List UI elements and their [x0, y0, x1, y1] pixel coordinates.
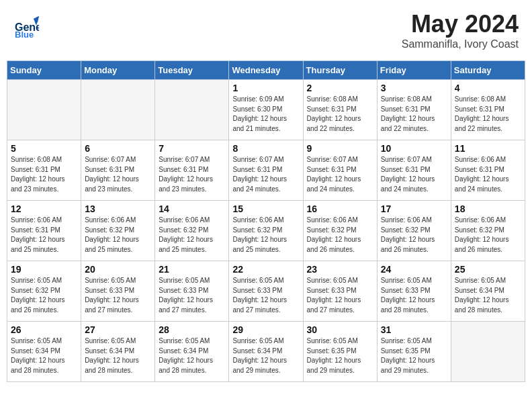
day-info: Sunrise: 6:07 AMSunset: 6:31 PMDaylight:… [85, 155, 151, 194]
day-number: 16 [307, 203, 373, 214]
day-of-week-header: Friday [377, 61, 451, 80]
day-number: 28 [159, 324, 225, 335]
day-number: 14 [159, 203, 225, 214]
calendar-day-cell: 12Sunrise: 6:06 AMSunset: 6:31 PMDayligh… [7, 201, 81, 261]
day-number: 9 [307, 143, 373, 154]
day-info: Sunrise: 6:08 AMSunset: 6:31 PMDaylight:… [455, 95, 521, 134]
day-number: 25 [455, 264, 521, 275]
day-number: 21 [159, 264, 225, 275]
day-number: 22 [232, 264, 299, 275]
day-number: 17 [381, 203, 447, 214]
calendar-day-cell: 13Sunrise: 6:06 AMSunset: 6:32 PMDayligh… [81, 201, 155, 261]
calendar-day-cell: 2Sunrise: 6:08 AMSunset: 6:31 PMDaylight… [303, 80, 377, 140]
day-info: Sunrise: 6:06 AMSunset: 6:32 PMDaylight:… [159, 216, 225, 255]
day-info: Sunrise: 6:07 AMSunset: 6:31 PMDaylight:… [159, 155, 225, 194]
day-info: Sunrise: 6:06 AMSunset: 6:31 PMDaylight:… [11, 216, 77, 255]
day-number: 15 [232, 203, 299, 214]
calendar-day-cell: 15Sunrise: 6:06 AMSunset: 6:32 PMDayligh… [229, 201, 303, 261]
calendar-day-cell: 25Sunrise: 6:05 AMSunset: 6:34 PMDayligh… [451, 261, 525, 322]
day-number: 18 [455, 203, 521, 214]
day-number: 30 [307, 324, 373, 335]
day-number: 12 [11, 203, 77, 214]
day-info: Sunrise: 6:06 AMSunset: 6:32 PMDaylight:… [85, 216, 151, 255]
page-header: General Blue May 2024 Sammanifla, Ivory … [7, 7, 525, 54]
calendar-day-cell: 6Sunrise: 6:07 AMSunset: 6:31 PMDaylight… [81, 140, 155, 201]
calendar-day-cell: 23Sunrise: 6:05 AMSunset: 6:33 PMDayligh… [303, 261, 377, 322]
calendar-day-cell: 5Sunrise: 6:08 AMSunset: 6:31 PMDaylight… [7, 140, 81, 201]
day-info: Sunrise: 6:09 AMSunset: 6:30 PMDaylight:… [232, 95, 299, 134]
calendar-week-row: 1Sunrise: 6:09 AMSunset: 6:30 PMDaylight… [7, 80, 525, 140]
day-info: Sunrise: 6:06 AMSunset: 6:32 PMDaylight:… [232, 216, 299, 255]
calendar-day-cell: 21Sunrise: 6:05 AMSunset: 6:33 PMDayligh… [155, 261, 229, 322]
day-info: Sunrise: 6:07 AMSunset: 6:31 PMDaylight:… [381, 155, 447, 194]
calendar-day-cell [451, 322, 525, 382]
day-info: Sunrise: 6:05 AMSunset: 6:34 PMDaylight:… [455, 276, 521, 315]
day-number: 6 [85, 143, 151, 154]
day-number: 20 [85, 264, 151, 275]
day-info: Sunrise: 6:08 AMSunset: 6:31 PMDaylight:… [307, 95, 373, 134]
day-info: Sunrise: 6:05 AMSunset: 6:33 PMDaylight:… [307, 276, 373, 315]
day-number: 26 [11, 324, 77, 335]
day-of-week-header: Saturday [451, 61, 525, 80]
calendar-day-cell [7, 80, 81, 140]
day-number: 23 [307, 264, 373, 275]
calendar-header-row: SundayMondayTuesdayWednesdayThursdayFrid… [7, 61, 525, 80]
calendar-day-cell: 10Sunrise: 6:07 AMSunset: 6:31 PMDayligh… [377, 140, 451, 201]
title-section: May 2024 Sammanifla, Ivory Coast [402, 10, 519, 50]
day-number: 4 [455, 83, 521, 93]
day-number: 10 [381, 143, 447, 154]
calendar-day-cell: 1Sunrise: 6:09 AMSunset: 6:30 PMDaylight… [229, 80, 303, 140]
calendar-day-cell: 17Sunrise: 6:06 AMSunset: 6:32 PMDayligh… [377, 201, 451, 261]
day-info: Sunrise: 6:05 AMSunset: 6:33 PMDaylight:… [159, 276, 225, 315]
calendar-day-cell: 22Sunrise: 6:05 AMSunset: 6:33 PMDayligh… [229, 261, 303, 322]
calendar-day-cell: 26Sunrise: 6:05 AMSunset: 6:34 PMDayligh… [7, 322, 81, 382]
day-number: 13 [85, 203, 151, 214]
day-info: Sunrise: 6:08 AMSunset: 6:31 PMDaylight:… [11, 155, 77, 194]
day-number: 24 [381, 264, 447, 275]
calendar-day-cell: 19Sunrise: 6:05 AMSunset: 6:32 PMDayligh… [7, 261, 81, 322]
day-number: 3 [381, 83, 447, 93]
month-title: May 2024 [402, 10, 519, 38]
day-info: Sunrise: 6:08 AMSunset: 6:31 PMDaylight:… [381, 95, 447, 134]
calendar-day-cell: 18Sunrise: 6:06 AMSunset: 6:32 PMDayligh… [451, 201, 525, 261]
day-number: 11 [455, 143, 521, 154]
day-info: Sunrise: 6:05 AMSunset: 6:34 PMDaylight:… [11, 336, 77, 375]
day-info: Sunrise: 6:05 AMSunset: 6:32 PMDaylight:… [11, 276, 77, 315]
day-of-week-header: Thursday [303, 61, 377, 80]
logo: General Blue [13, 13, 39, 39]
day-info: Sunrise: 6:06 AMSunset: 6:32 PMDaylight:… [455, 216, 521, 255]
calendar-day-cell: 14Sunrise: 6:06 AMSunset: 6:32 PMDayligh… [155, 201, 229, 261]
day-info: Sunrise: 6:07 AMSunset: 6:31 PMDaylight:… [307, 155, 373, 194]
day-number: 8 [232, 143, 299, 154]
calendar-day-cell: 30Sunrise: 6:05 AMSunset: 6:35 PMDayligh… [303, 322, 377, 382]
day-number: 1 [232, 83, 299, 93]
calendar-day-cell: 20Sunrise: 6:05 AMSunset: 6:33 PMDayligh… [81, 261, 155, 322]
day-number: 29 [232, 324, 299, 335]
calendar-day-cell: 11Sunrise: 6:06 AMSunset: 6:31 PMDayligh… [451, 140, 525, 201]
location-title: Sammanifla, Ivory Coast [402, 38, 519, 50]
calendar-body: 1Sunrise: 6:09 AMSunset: 6:30 PMDaylight… [7, 80, 525, 382]
day-number: 19 [11, 264, 77, 275]
day-info: Sunrise: 6:06 AMSunset: 6:31 PMDaylight:… [455, 155, 521, 194]
day-info: Sunrise: 6:05 AMSunset: 6:33 PMDaylight:… [232, 276, 299, 315]
calendar-day-cell: 3Sunrise: 6:08 AMSunset: 6:31 PMDaylight… [377, 80, 451, 140]
calendar-week-row: 12Sunrise: 6:06 AMSunset: 6:31 PMDayligh… [7, 201, 525, 261]
day-of-week-header: Wednesday [229, 61, 303, 80]
day-of-week-header: Monday [81, 61, 155, 80]
day-number: 7 [159, 143, 225, 154]
day-number: 31 [381, 324, 447, 335]
svg-text:Blue: Blue [15, 30, 34, 39]
day-info: Sunrise: 6:05 AMSunset: 6:33 PMDaylight:… [85, 276, 151, 315]
calendar-day-cell: 16Sunrise: 6:06 AMSunset: 6:32 PMDayligh… [303, 201, 377, 261]
calendar-day-cell: 24Sunrise: 6:05 AMSunset: 6:33 PMDayligh… [377, 261, 451, 322]
day-number: 2 [307, 83, 373, 93]
day-info: Sunrise: 6:06 AMSunset: 6:32 PMDaylight:… [381, 216, 447, 255]
calendar-day-cell: 29Sunrise: 6:05 AMSunset: 6:34 PMDayligh… [229, 322, 303, 382]
calendar-week-row: 19Sunrise: 6:05 AMSunset: 6:32 PMDayligh… [7, 261, 525, 322]
calendar-day-cell: 9Sunrise: 6:07 AMSunset: 6:31 PMDaylight… [303, 140, 377, 201]
calendar-day-cell: 31Sunrise: 6:05 AMSunset: 6:35 PMDayligh… [377, 322, 451, 382]
day-info: Sunrise: 6:05 AMSunset: 6:35 PMDaylight:… [307, 336, 373, 375]
day-of-week-header: Tuesday [155, 61, 229, 80]
calendar-week-row: 5Sunrise: 6:08 AMSunset: 6:31 PMDaylight… [7, 140, 525, 201]
calendar-day-cell: 7Sunrise: 6:07 AMSunset: 6:31 PMDaylight… [155, 140, 229, 201]
